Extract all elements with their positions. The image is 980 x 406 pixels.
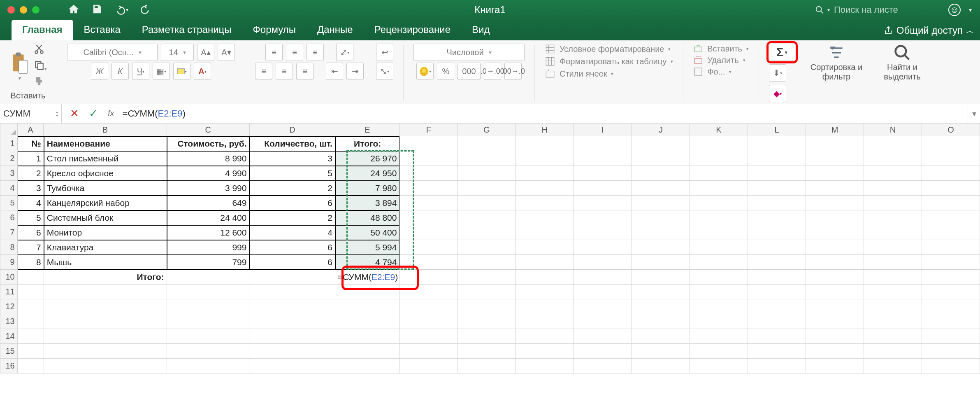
cell[interactable] xyxy=(864,344,922,359)
cell[interactable] xyxy=(44,329,167,344)
enter-formula-button[interactable]: ✓ xyxy=(89,107,98,120)
cell[interactable] xyxy=(399,210,457,225)
cell[interactable] xyxy=(806,270,864,285)
cell[interactable] xyxy=(690,225,748,240)
cell[interactable] xyxy=(18,270,44,285)
column-header-K[interactable]: K xyxy=(690,123,748,136)
align-right-icon[interactable]: ≡ xyxy=(296,63,314,80)
increase-font-icon[interactable]: A▴ xyxy=(197,44,214,61)
cell[interactable]: 5 994 xyxy=(335,240,400,255)
cell[interactable] xyxy=(806,136,864,151)
row-header-7[interactable]: 7 xyxy=(0,225,18,240)
cell[interactable] xyxy=(864,196,922,210)
cell[interactable] xyxy=(632,210,690,225)
column-header-O[interactable]: O xyxy=(922,123,980,136)
increase-indent-icon[interactable]: ⇥ xyxy=(346,63,364,80)
cell[interactable]: 8 xyxy=(18,255,44,270)
cell[interactable] xyxy=(335,285,399,299)
cell[interactable] xyxy=(690,359,748,373)
search-input[interactable] xyxy=(833,4,940,16)
cell[interactable] xyxy=(574,136,632,151)
cell[interactable] xyxy=(399,359,457,373)
cell[interactable] xyxy=(457,314,516,329)
cell[interactable] xyxy=(632,151,690,166)
expand-formula-bar-icon[interactable]: ▾ xyxy=(968,104,980,123)
column-header-H[interactable]: H xyxy=(516,123,574,136)
undo-icon[interactable]: ▾ xyxy=(114,5,128,15)
cell[interactable] xyxy=(690,210,748,225)
cell[interactable] xyxy=(806,359,864,373)
cell[interactable] xyxy=(458,196,516,210)
cell[interactable] xyxy=(806,151,864,166)
cell[interactable] xyxy=(249,285,335,299)
cell[interactable] xyxy=(864,240,922,255)
cell[interactable] xyxy=(748,151,806,166)
save-icon[interactable] xyxy=(91,4,102,16)
cell[interactable] xyxy=(690,314,748,329)
maximize-window-button[interactable] xyxy=(32,6,39,14)
cell[interactable] xyxy=(632,329,690,344)
cell[interactable] xyxy=(690,181,748,196)
cell[interactable] xyxy=(399,299,457,314)
cell[interactable] xyxy=(516,151,574,166)
cell[interactable] xyxy=(922,210,980,225)
cell[interactable]: 2 xyxy=(249,181,335,196)
cell[interactable] xyxy=(516,166,574,181)
share-button[interactable]: Общий доступ ︿ xyxy=(883,25,974,40)
cell[interactable] xyxy=(399,181,457,196)
cell[interactable] xyxy=(574,285,632,299)
worksheet[interactable]: ABCDEFGHIJKLMNO 1№НаименованиеСтоимость,… xyxy=(0,123,980,373)
cell[interactable]: Стол письменный xyxy=(44,151,167,166)
cell[interactable] xyxy=(690,270,748,285)
cell[interactable]: 24 400 xyxy=(167,210,250,225)
cell[interactable] xyxy=(574,359,632,373)
cell[interactable] xyxy=(399,240,457,255)
cell[interactable] xyxy=(922,359,980,373)
cell[interactable]: 7 980 xyxy=(335,181,400,196)
cell[interactable] xyxy=(574,270,632,285)
cell[interactable] xyxy=(399,196,457,210)
cell[interactable] xyxy=(806,329,864,344)
format-painter-icon[interactable] xyxy=(34,76,47,89)
clear-button[interactable]: ◆▾ xyxy=(769,85,786,102)
cell[interactable] xyxy=(748,181,806,196)
format-as-table-button[interactable]: Форматировать как таблицу▾ xyxy=(545,56,673,67)
cell[interactable]: 2 xyxy=(249,210,335,225)
cell[interactable]: Монитор xyxy=(44,225,167,240)
cell[interactable] xyxy=(458,151,516,166)
cell[interactable] xyxy=(864,314,922,329)
cell[interactable] xyxy=(632,136,690,151)
orientation-icon[interactable]: ⤢▾ xyxy=(336,44,353,61)
cell[interactable] xyxy=(922,240,980,255)
cell[interactable] xyxy=(690,240,748,255)
cell[interactable]: 8 990 xyxy=(167,151,250,166)
cell[interactable]: Наименование xyxy=(44,136,167,151)
cell[interactable] xyxy=(458,225,516,240)
align-top-icon[interactable]: ≡ xyxy=(265,44,283,61)
cell[interactable] xyxy=(864,136,922,151)
format-cells-button[interactable]: Фо...▾ xyxy=(693,67,732,77)
cell[interactable] xyxy=(748,166,806,181)
row-header-9[interactable]: 9 xyxy=(0,255,18,270)
decrease-font-icon[interactable]: A▾ xyxy=(218,44,235,61)
percent-icon[interactable]: % xyxy=(437,63,454,80)
cell[interactable] xyxy=(399,151,457,166)
cell[interactable]: Итого: xyxy=(44,270,167,285)
search-box[interactable]: ▾ xyxy=(815,4,940,16)
cell[interactable] xyxy=(44,314,167,329)
cell[interactable]: 6 xyxy=(249,240,335,255)
cell[interactable] xyxy=(806,166,864,181)
column-header-G[interactable]: G xyxy=(458,123,516,136)
cell[interactable]: 4 xyxy=(18,196,44,210)
underline-button[interactable]: Ч▾ xyxy=(132,63,149,80)
cell[interactable] xyxy=(458,166,516,181)
tab-данные[interactable]: Данные xyxy=(307,20,364,40)
cell[interactable] xyxy=(690,151,748,166)
align-middle-icon[interactable]: ≡ xyxy=(286,44,303,61)
cell[interactable] xyxy=(399,270,457,285)
cell[interactable] xyxy=(922,196,980,210)
cell[interactable] xyxy=(249,344,335,359)
cell[interactable] xyxy=(574,210,632,225)
cell[interactable]: № xyxy=(18,136,44,151)
row-header-3[interactable]: 3 xyxy=(0,166,18,181)
